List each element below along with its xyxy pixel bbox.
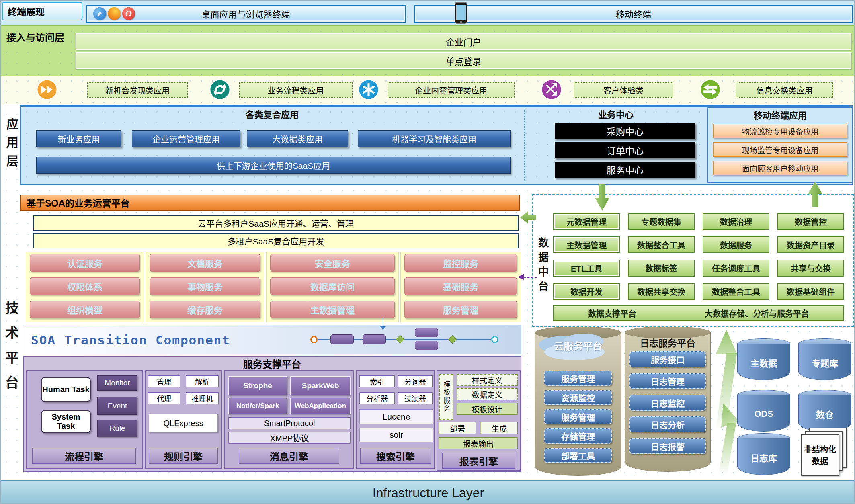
task-schedule-tool-box: 任务调度工具 xyxy=(703,260,769,277)
data-integration-tool-box: 数据整合工具 xyxy=(628,236,695,253)
cloud-platform-title: 云服务平台 xyxy=(538,339,618,351)
index-box: 索引 xyxy=(359,375,395,387)
mobile-terminal-box: 移动终端 xyxy=(414,5,853,23)
data-center-side-label: 数据中台 xyxy=(535,231,551,301)
org-model-service: 组织模型 xyxy=(30,301,140,318)
rule-inference-box: 推理机 xyxy=(186,392,219,404)
data-support-platform-label: 数据支撑平台 xyxy=(588,307,636,319)
db-master-data: 主数据 xyxy=(737,338,790,380)
topic-dataset-box: 专题数据集 xyxy=(628,213,695,230)
notifer-spark-box: Notifer/Spark xyxy=(228,398,287,414)
human-task-box: Human Task xyxy=(41,377,91,402)
etl-tool-box: ETL工具 xyxy=(553,260,620,277)
category-label-content: 企业内容管理类应用 xyxy=(388,82,515,98)
transaction-service: 事物服务 xyxy=(150,277,260,295)
app-layer-side-label: 应用层 xyxy=(2,109,20,182)
template-service-vertical: 模板服务 xyxy=(439,374,453,420)
bpmn-task-3 xyxy=(415,328,438,337)
bpmn-start-event xyxy=(310,336,318,343)
data-governance-box: 数据治理 xyxy=(703,213,769,230)
qlexpress-box: QLExpress xyxy=(149,414,218,432)
data-platform-footer: 数据支撑平台 大数据存储、分析与服务平台 xyxy=(553,305,844,321)
log-alert: 日志报警 xyxy=(629,438,706,454)
sso-label: 单点登录 xyxy=(446,54,481,67)
enterprise-portal-bar: 企业门户 xyxy=(76,33,851,50)
event-box: Event xyxy=(97,397,137,415)
mobile-terminal-label: 移动终端 xyxy=(616,7,651,20)
browser-icons: e O xyxy=(93,7,137,20)
smartphone-icon xyxy=(454,2,468,26)
order-center: 订单中心 xyxy=(555,142,695,158)
service-center: 服务中心 xyxy=(555,162,695,178)
data-def-box: 数据定义 xyxy=(457,388,518,400)
cache-service: 缓存服务 xyxy=(150,301,260,318)
process-engine-label: 流程引擎 xyxy=(32,448,136,464)
info-exchange-icon xyxy=(699,79,721,102)
cloud-service-mgmt-2: 服务管理 xyxy=(544,409,612,424)
tokenizer-box: 分词器 xyxy=(398,375,433,387)
data-service-box: 数据服务 xyxy=(703,236,769,253)
mobile-apps-title: 移动终端应用 xyxy=(707,109,853,121)
data-control-box: 数据管控 xyxy=(777,213,844,230)
message-engine-label: 消息引擎 xyxy=(239,448,339,464)
db-topic-library: 专题库 xyxy=(798,338,851,380)
access-layer-label: 接入与访问层 xyxy=(6,30,64,44)
infrastructure-label: Infrastructure Layer xyxy=(373,486,484,500)
terminal-tab-label: 终端展现 xyxy=(8,4,45,18)
sparkweb-box: SparkWeb xyxy=(290,376,351,395)
field-supervision-app: 现场监管专用设备应用 xyxy=(713,142,847,157)
solr-box: solr xyxy=(359,428,433,442)
report-engine-label: 报表引擎 xyxy=(442,453,515,469)
rule-box: Rule xyxy=(97,420,137,437)
business-center-title: 业务中心 xyxy=(527,108,704,120)
metadata-mgmt-box: 元数据管理 xyxy=(553,213,620,230)
rule-parse-box: 解析 xyxy=(186,375,219,387)
monitor-service: 监控服务 xyxy=(404,254,517,272)
customer-mobile-app: 面向顾客用户移动应用 xyxy=(713,161,847,175)
desktop-terminal-label: 桌面应用与浏览器终端 xyxy=(201,7,290,20)
bpmn-task-2 xyxy=(363,334,386,344)
ml-ai-app: 机器学习及智能类应用 xyxy=(358,130,511,147)
desktop-terminal-box: e O 桌面应用与浏览器终端 xyxy=(86,5,406,23)
db-log-library: 日志库 xyxy=(737,433,790,475)
bigdata-platform-label: 大数据存储、分析与服务平台 xyxy=(705,307,809,319)
log-service-interface: 服务接口 xyxy=(629,351,706,367)
opera-icon: O xyxy=(122,7,135,20)
style-def-box: 样式定义 xyxy=(457,374,518,386)
data-asset-catalog-box: 数据资产目录 xyxy=(777,236,844,253)
data-share-exchange-box: 数据共享交换 xyxy=(628,283,695,300)
monitor-box: Monitor xyxy=(97,375,137,391)
cloud-deploy-tool: 部署工具 xyxy=(544,448,612,463)
mdm-service: 主数据管理 xyxy=(270,301,395,318)
smartprotocol-box: SmartProtocol xyxy=(228,417,351,429)
new-business-app: 新业务应用 xyxy=(36,130,121,147)
log-mgmt: 日志管理 xyxy=(629,373,706,389)
bigdata-app: 大数据类应用 xyxy=(247,130,348,147)
support-platform-title: 服务支撑平台 xyxy=(23,358,521,369)
rule-engine-label: 规则引擎 xyxy=(149,448,218,464)
cloud-storage-mgmt: 存储管理 xyxy=(544,428,612,444)
dashed-link-line xyxy=(523,277,537,278)
share-exchange-box: 共享与交换 xyxy=(777,260,844,277)
data-label-box: 数据标签 xyxy=(628,260,695,277)
data-integration-tool2-box: 数据整合工具 xyxy=(703,283,769,300)
bpmn-connector-up xyxy=(383,318,383,327)
unstructured-data-label: 非结构化数据 xyxy=(801,434,839,476)
filter-box: 过滤器 xyxy=(398,392,433,404)
composite-apps-title: 各类复合应用 xyxy=(25,108,519,120)
bpmn-task-4 xyxy=(415,341,438,350)
rule-mgmt-box: 管理 xyxy=(148,375,180,387)
db-warehouse: 数仓 xyxy=(798,390,851,432)
infrastructure-bar: Infrastructure Layer xyxy=(1,480,855,504)
strophe-box: Strophe xyxy=(228,376,287,395)
xmpp-box: XMPP协议 xyxy=(228,432,351,444)
soa-platform-header: 基于SOA的业务运营平台 xyxy=(20,195,520,211)
enterprise-ops-app: 企业运营管理应用 xyxy=(132,130,240,147)
sso-bar: 单点登录 xyxy=(76,52,851,69)
log-analysis: 日志分析 xyxy=(629,416,706,432)
db-ods: ODS xyxy=(737,390,790,432)
cloud-service-mgmt-1: 服务管理 xyxy=(544,371,612,386)
terminal-tab: 终端展现 xyxy=(2,2,82,20)
soa-transition-title: SOA Transition Component xyxy=(31,333,230,347)
bpmn-task-1 xyxy=(330,334,354,344)
